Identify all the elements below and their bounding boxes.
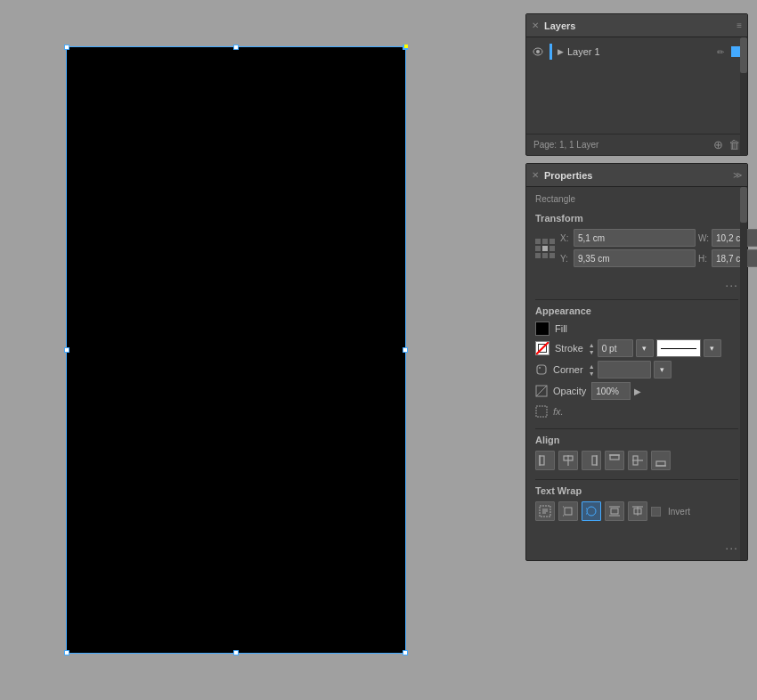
textwrap-none-button[interactable]	[535, 501, 555, 521]
stroke-row: Stroke ▲ ▼ ▾ ▾	[535, 339, 738, 357]
stroke-label: Stroke	[555, 343, 583, 354]
y-field-row: Y:	[560, 249, 696, 267]
fill-color-swatch[interactable]	[535, 322, 549, 336]
textwrap-bounding-button[interactable]	[558, 501, 578, 521]
fx-frame-icon	[535, 405, 548, 418]
stroke-style-preview[interactable]	[656, 339, 701, 357]
opacity-icon	[535, 385, 548, 397]
stroke-unit-dropdown[interactable]: ▾	[636, 339, 654, 357]
align-center-horizontal-button[interactable]	[558, 451, 578, 470]
opacity-input[interactable]	[591, 382, 631, 400]
fx-label: fx.	[553, 406, 564, 417]
align-right-edges-button[interactable]	[582, 451, 601, 470]
properties-close-icon[interactable]: ✕	[532, 170, 539, 180]
align-section: Align	[535, 435, 738, 470]
fx-row: fx.	[535, 403, 738, 419]
appearance-section: Appearance Fill Stroke ▲ ▼	[535, 305, 738, 419]
properties-panel: ✕ Properties ≫ Rectangle Transform	[525, 163, 748, 561]
corner-style-dropdown[interactable]: ▾	[654, 361, 672, 378]
corner-label: Corner	[553, 364, 583, 375]
transform-more-options[interactable]: ···	[535, 276, 738, 294]
canvas-frame	[67, 47, 405, 653]
handle-bottom-left[interactable]	[64, 650, 69, 655]
corner-value-row: ▲ ▼ ▾	[589, 361, 672, 378]
transform-reference-icon[interactable]	[535, 239, 555, 258]
stroke-color-swatch[interactable]	[535, 341, 549, 355]
handle-middle-right[interactable]	[403, 347, 408, 353]
handle-top-center[interactable]	[233, 45, 239, 50]
align-buttons-row	[535, 451, 738, 470]
align-bottom-edges-button[interactable]	[651, 451, 671, 470]
textwrap-contour-button[interactable]	[582, 501, 601, 521]
corner-icon	[535, 363, 548, 376]
rectangle-section: Rectangle	[535, 194, 738, 204]
canvas-area	[27, 27, 445, 673]
align-center-vertical-button[interactable]	[628, 451, 647, 470]
layer-visibility-icon[interactable]	[532, 45, 544, 58]
textwrap-invert-checkbox[interactable]	[651, 507, 661, 517]
corner-row: Corner ▲ ▼ ▾	[535, 361, 738, 378]
layers-footer: Page: 1, 1 Layer ⊕ 🗑	[526, 134, 747, 155]
layer-row[interactable]: ▶ Layer 1 ✏	[526, 41, 747, 62]
y-input[interactable]	[574, 249, 696, 267]
layers-scrollbar-thumb[interactable]	[740, 37, 747, 73]
layers-footer-icons: ⊕ 🗑	[713, 138, 740, 151]
textwrap-jump-button[interactable]	[605, 501, 624, 521]
transform-fields: X: W: Y: H:	[560, 229, 757, 267]
layer-edit-icon[interactable]: ✏	[717, 47, 724, 57]
stroke-value-input[interactable]	[598, 339, 633, 357]
svg-rect-16	[656, 461, 665, 466]
align-top-edges-button[interactable]	[605, 451, 624, 470]
panels-container: ✕ Layers ≡ ▶ Layer 1 ✏ Page: 1,	[525, 13, 748, 561]
layers-delete-icon[interactable]: 🗑	[729, 138, 740, 151]
layers-close-icon[interactable]: ✕	[532, 20, 539, 30]
properties-panel-menu-icon[interactable]: ≫	[733, 170, 742, 180]
properties-body: Rectangle Transform	[526, 187, 747, 537]
handle-top-left[interactable]	[64, 45, 69, 50]
svg-rect-10	[592, 456, 597, 465]
divider-1	[535, 299, 738, 300]
properties-more-options[interactable]: ···	[526, 537, 747, 560]
properties-panel-title: Properties	[544, 170, 592, 181]
svg-rect-5	[536, 406, 547, 417]
layers-page-info: Page: 1, 1 Layer	[533, 140, 598, 150]
handle-middle-left[interactable]	[64, 347, 69, 353]
h-field-row: H:	[698, 249, 757, 267]
layer-color-indicator	[549, 44, 552, 60]
rectangle-label: Rectangle	[535, 194, 738, 204]
layers-scrollbar-track	[740, 37, 747, 155]
layers-panel: ✕ Layers ≡ ▶ Layer 1 ✏ Page: 1,	[525, 13, 748, 156]
x-input[interactable]	[574, 229, 696, 247]
properties-scrollbar-track	[740, 187, 747, 560]
divider-2	[535, 428, 738, 429]
stroke-value-row: ▲ ▼ ▾ ▾	[589, 339, 721, 357]
handle-bottom-right[interactable]	[403, 650, 408, 655]
textwrap-next-column-button[interactable]	[628, 501, 647, 521]
textwrap-label: Text Wrap	[535, 485, 738, 496]
corner-spinner[interactable]: ▲ ▼	[589, 363, 595, 377]
properties-scrollbar-thumb[interactable]	[740, 187, 747, 223]
stroke-style-dropdown[interactable]: ▾	[704, 339, 721, 357]
w-input[interactable]	[712, 229, 757, 247]
svg-rect-2	[537, 365, 546, 374]
opacity-label: Opacity	[553, 386, 586, 396]
svg-point-25	[587, 507, 596, 516]
align-left-edges-button[interactable]	[535, 451, 555, 470]
transform-grid: X: W: Y: H:	[535, 229, 738, 267]
layers-body: ▶ Layer 1 ✏	[526, 37, 747, 66]
h-input[interactable]	[712, 249, 757, 267]
layer-expand-icon[interactable]: ▶	[558, 47, 564, 56]
stroke-spinner[interactable]: ▲ ▼	[589, 342, 595, 355]
corner-value-input[interactable]	[598, 361, 651, 378]
svg-rect-6	[540, 456, 544, 465]
w-label: W:	[698, 233, 709, 243]
handle-bottom-center[interactable]	[233, 650, 239, 655]
textwrap-section: Text Wrap	[535, 485, 738, 521]
x-label: X:	[560, 233, 571, 243]
opacity-expand-icon[interactable]: ▶	[634, 387, 641, 396]
layers-panel-menu-icon[interactable]: ≡	[737, 20, 742, 30]
svg-rect-28	[611, 509, 618, 514]
layers-panel-header: ✕ Layers ≡	[526, 14, 747, 37]
layers-add-icon[interactable]: ⊕	[713, 138, 723, 151]
fill-row: Fill	[535, 322, 738, 336]
